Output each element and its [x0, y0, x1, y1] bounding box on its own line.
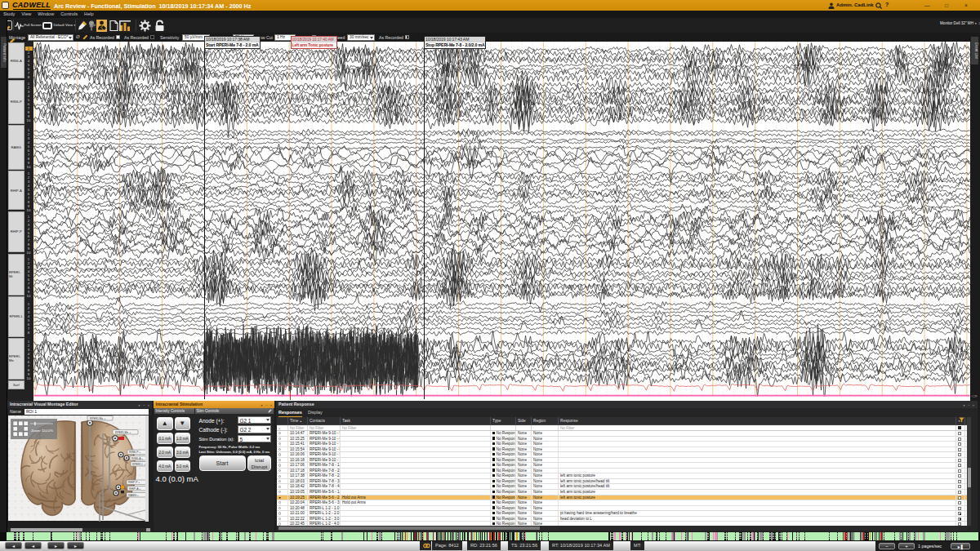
svg-text:RINS-A +: RINS-A + [131, 456, 143, 460]
svg-text:RHIP-P +: RHIP-P + [128, 481, 140, 484]
svg-text:Zoom: 110.0%: Zoom: 110.0% [31, 429, 53, 433]
svg-text:RINS-P +: RINS-P + [129, 451, 140, 454]
svg-text:RPERI-Me +: RPERI-Me + [115, 430, 131, 433]
svg-text:RPERI-Ma +: RPERI-Ma + [90, 416, 105, 420]
svg-text:RHIP-A +: RHIP-A + [129, 487, 140, 490]
svg-text:RPERI-L +: RPERI-L + [132, 462, 145, 465]
svg-text:RAMG +: RAMG + [128, 493, 139, 496]
